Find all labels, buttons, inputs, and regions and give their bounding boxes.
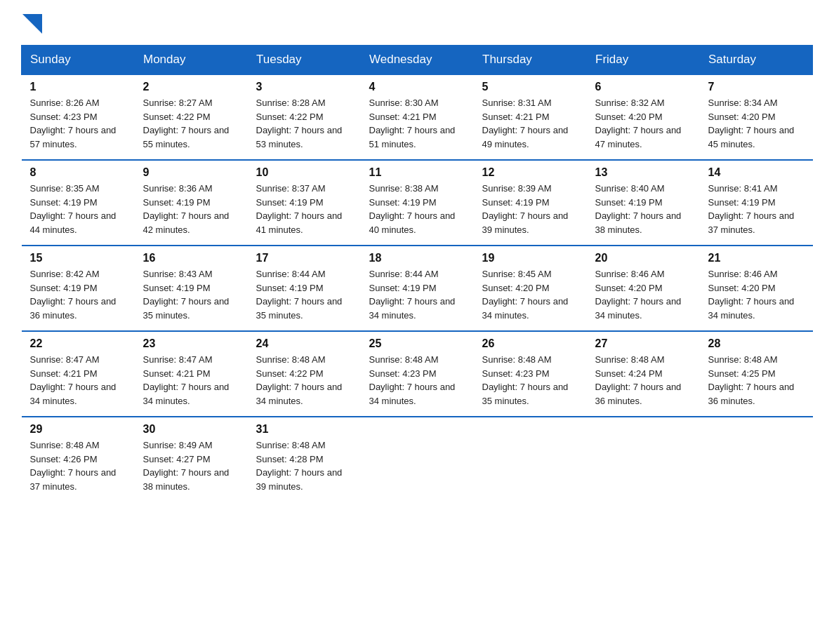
day-info: Sunrise: 8:42 AMSunset: 4:19 PMDaylight:… [30,269,117,321]
day-number: 30 [143,423,239,436]
day-info: Sunrise: 8:48 AMSunset: 4:22 PMDaylight:… [256,354,343,406]
day-info: Sunrise: 8:47 AMSunset: 4:21 PMDaylight:… [30,354,117,406]
day-cell-6: 6 Sunrise: 8:32 AMSunset: 4:20 PMDayligh… [587,74,700,160]
day-info: Sunrise: 8:43 AMSunset: 4:19 PMDaylight:… [143,269,230,321]
day-info: Sunrise: 8:48 AMSunset: 4:26 PMDaylight:… [30,440,117,492]
day-info: Sunrise: 8:26 AMSunset: 4:23 PMDaylight:… [30,98,117,149]
day-cell-23: 23 Sunrise: 8:47 AMSunset: 4:21 PMDaylig… [135,331,248,417]
weekday-header-tuesday: Tuesday [248,46,361,75]
day-info: Sunrise: 8:32 AMSunset: 4:20 PMDaylight:… [595,98,682,149]
page-header [21,14,813,34]
day-info: Sunrise: 8:36 AMSunset: 4:19 PMDaylight:… [143,183,230,235]
calendar-table: SundayMondayTuesdayWednesdayThursdayFrid… [21,45,813,502]
day-number: 31 [256,423,352,436]
day-number: 9 [143,166,239,179]
day-cell-11: 11 Sunrise: 8:38 AMSunset: 4:19 PMDaylig… [361,160,474,246]
weekday-header-monday: Monday [135,46,248,75]
day-number: 26 [482,337,578,350]
day-cell-18: 18 Sunrise: 8:44 AMSunset: 4:19 PMDaylig… [361,246,474,331]
day-number: 12 [482,166,578,179]
day-cell-17: 17 Sunrise: 8:44 AMSunset: 4:19 PMDaylig… [248,246,361,331]
calendar-week-row: 1 Sunrise: 8:26 AMSunset: 4:23 PMDayligh… [22,74,813,160]
day-cell-21: 21 Sunrise: 8:46 AMSunset: 4:20 PMDaylig… [700,246,813,331]
day-number: 3 [256,81,352,93]
day-number: 29 [30,423,126,436]
weekday-header-saturday: Saturday [700,46,813,75]
weekday-header-sunday: Sunday [22,46,135,75]
day-number: 8 [30,166,126,179]
day-info: Sunrise: 8:31 AMSunset: 4:21 PMDaylight:… [482,98,569,149]
calendar-week-row: 22 Sunrise: 8:47 AMSunset: 4:21 PMDaylig… [22,331,813,417]
weekday-header-wednesday: Wednesday [361,46,474,75]
day-cell-5: 5 Sunrise: 8:31 AMSunset: 4:21 PMDayligh… [474,74,587,160]
day-number: 21 [708,252,805,264]
day-info: Sunrise: 8:38 AMSunset: 4:19 PMDaylight:… [369,183,456,235]
day-number: 27 [595,337,691,350]
day-info: Sunrise: 8:44 AMSunset: 4:19 PMDaylight:… [369,269,456,321]
day-info: Sunrise: 8:40 AMSunset: 4:19 PMDaylight:… [595,183,682,235]
day-number: 10 [256,166,352,179]
day-cell-4: 4 Sunrise: 8:30 AMSunset: 4:21 PMDayligh… [361,74,474,160]
empty-day-cell [474,417,587,502]
day-info: Sunrise: 8:47 AMSunset: 4:21 PMDaylight:… [143,354,230,406]
day-cell-10: 10 Sunrise: 8:37 AMSunset: 4:19 PMDaylig… [248,160,361,246]
day-cell-15: 15 Sunrise: 8:42 AMSunset: 4:19 PMDaylig… [22,246,135,331]
svg-marker-0 [22,14,42,34]
day-info: Sunrise: 8:28 AMSunset: 4:22 PMDaylight:… [256,98,343,149]
day-info: Sunrise: 8:48 AMSunset: 4:25 PMDaylight:… [708,354,795,406]
day-cell-7: 7 Sunrise: 8:34 AMSunset: 4:20 PMDayligh… [700,74,813,160]
day-info: Sunrise: 8:37 AMSunset: 4:19 PMDaylight:… [256,183,343,235]
day-cell-2: 2 Sunrise: 8:27 AMSunset: 4:22 PMDayligh… [135,74,248,160]
day-cell-22: 22 Sunrise: 8:47 AMSunset: 4:21 PMDaylig… [22,331,135,417]
day-number: 16 [143,252,239,264]
day-info: Sunrise: 8:41 AMSunset: 4:19 PMDaylight:… [708,183,795,235]
empty-day-cell [700,417,813,502]
day-cell-12: 12 Sunrise: 8:39 AMSunset: 4:19 PMDaylig… [474,160,587,246]
empty-day-cell [587,417,700,502]
logo-triangle-icon [22,14,42,34]
day-number: 25 [369,337,465,350]
day-info: Sunrise: 8:44 AMSunset: 4:19 PMDaylight:… [256,269,343,321]
day-cell-26: 26 Sunrise: 8:48 AMSunset: 4:23 PMDaylig… [474,331,587,417]
weekday-header-thursday: Thursday [474,46,587,75]
day-number: 5 [482,81,578,93]
day-number: 13 [595,166,691,179]
day-info: Sunrise: 8:48 AMSunset: 4:23 PMDaylight:… [482,354,569,406]
day-number: 28 [708,337,805,350]
day-number: 18 [369,252,465,264]
weekday-header-friday: Friday [587,46,700,75]
day-cell-8: 8 Sunrise: 8:35 AMSunset: 4:19 PMDayligh… [22,160,135,246]
day-info: Sunrise: 8:34 AMSunset: 4:20 PMDaylight:… [708,98,795,149]
day-number: 2 [143,81,239,93]
day-number: 6 [595,81,691,93]
day-number: 7 [708,81,805,93]
day-cell-13: 13 Sunrise: 8:40 AMSunset: 4:19 PMDaylig… [587,160,700,246]
day-cell-19: 19 Sunrise: 8:45 AMSunset: 4:20 PMDaylig… [474,246,587,331]
day-cell-31: 31 Sunrise: 8:48 AMSunset: 4:28 PMDaylig… [248,417,361,502]
day-number: 23 [143,337,239,350]
day-info: Sunrise: 8:35 AMSunset: 4:19 PMDaylight:… [30,183,117,235]
day-number: 11 [369,166,465,179]
calendar-week-row: 8 Sunrise: 8:35 AMSunset: 4:19 PMDayligh… [22,160,813,246]
day-info: Sunrise: 8:27 AMSunset: 4:22 PMDaylight:… [143,98,230,149]
day-info: Sunrise: 8:39 AMSunset: 4:19 PMDaylight:… [482,183,569,235]
day-cell-25: 25 Sunrise: 8:48 AMSunset: 4:23 PMDaylig… [361,331,474,417]
day-cell-3: 3 Sunrise: 8:28 AMSunset: 4:22 PMDayligh… [248,74,361,160]
day-number: 4 [369,81,465,93]
calendar-week-row: 29 Sunrise: 8:48 AMSunset: 4:26 PMDaylig… [22,417,813,502]
day-cell-16: 16 Sunrise: 8:43 AMSunset: 4:19 PMDaylig… [135,246,248,331]
day-info: Sunrise: 8:48 AMSunset: 4:23 PMDaylight:… [369,354,456,406]
day-cell-27: 27 Sunrise: 8:48 AMSunset: 4:24 PMDaylig… [587,331,700,417]
calendar-week-row: 15 Sunrise: 8:42 AMSunset: 4:19 PMDaylig… [22,246,813,331]
day-number: 14 [708,166,805,179]
day-number: 19 [482,252,578,264]
day-info: Sunrise: 8:45 AMSunset: 4:20 PMDaylight:… [482,269,569,321]
day-cell-9: 9 Sunrise: 8:36 AMSunset: 4:19 PMDayligh… [135,160,248,246]
weekday-header-row: SundayMondayTuesdayWednesdayThursdayFrid… [22,46,813,75]
day-info: Sunrise: 8:30 AMSunset: 4:21 PMDaylight:… [369,98,456,149]
day-info: Sunrise: 8:46 AMSunset: 4:20 PMDaylight:… [708,269,795,321]
day-info: Sunrise: 8:46 AMSunset: 4:20 PMDaylight:… [595,269,682,321]
logo [21,14,45,34]
day-number: 17 [256,252,352,264]
day-info: Sunrise: 8:49 AMSunset: 4:27 PMDaylight:… [143,440,230,492]
